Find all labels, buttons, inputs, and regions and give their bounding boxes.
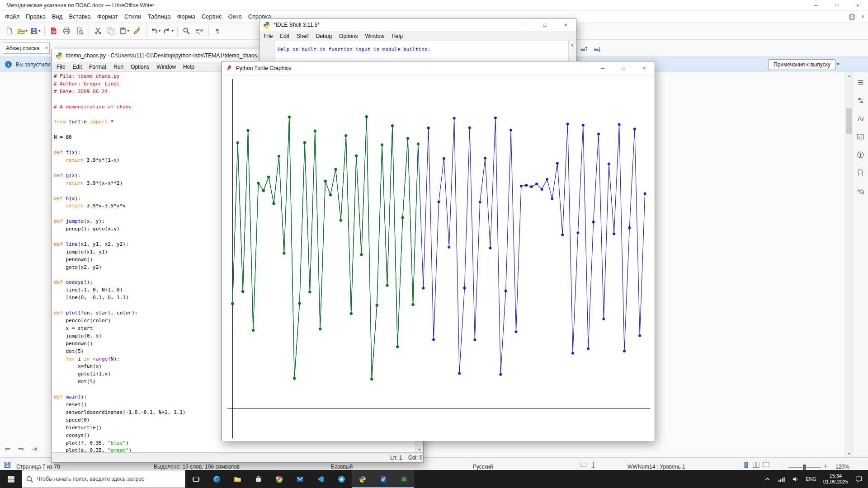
scroll-up-icon[interactable]: ▲ bbox=[845, 72, 853, 80]
single-page-view-icon[interactable] bbox=[742, 461, 750, 469]
menu-item-окно[interactable]: Окно bbox=[225, 12, 245, 21]
python-turtle-taskbar-button[interactable] bbox=[393, 470, 414, 488]
menu-item-вид[interactable]: Вид bbox=[49, 12, 66, 21]
action-center-icon[interactable] bbox=[855, 475, 863, 483]
clone-formatting-button[interactable] bbox=[131, 25, 143, 38]
menu-item-help[interactable]: Help bbox=[179, 63, 198, 71]
menu-item-сервис[interactable]: Сервис bbox=[198, 12, 225, 21]
paste-button[interactable]: ▾ bbox=[118, 25, 130, 38]
document-vertical-scrollbar[interactable]: ▲ ▼ bbox=[845, 72, 853, 457]
undo-button[interactable]: ▾ bbox=[149, 25, 161, 38]
maximize-button[interactable]: □ bbox=[534, 19, 555, 31]
libreoffice-writer-taskbar-button[interactable] bbox=[373, 470, 393, 488]
menu-item-правка[interactable]: Правка bbox=[23, 12, 49, 21]
redo-button[interactable]: ▾ bbox=[162, 25, 175, 38]
close-document-button[interactable]: × bbox=[861, 14, 864, 20]
paragraph-style-combobox[interactable]: Абзац списка ▾ bbox=[3, 42, 50, 54]
navigator-icon[interactable] bbox=[855, 149, 866, 160]
new-document-button[interactable] bbox=[3, 25, 15, 38]
find-replace-button[interactable] bbox=[180, 25, 193, 38]
minimize-button[interactable]: ─ bbox=[806, 0, 826, 11]
menu-item-window[interactable]: Window bbox=[361, 32, 388, 40]
infobar-close-icon[interactable]: × bbox=[836, 61, 840, 67]
zoom-level[interactable]: 120% bbox=[835, 464, 849, 470]
menu-item-file[interactable]: File bbox=[53, 63, 69, 71]
menu-item-таблица[interactable]: Таблица bbox=[144, 12, 174, 21]
save-button[interactable]: ▾ bbox=[29, 25, 42, 38]
turtle-titlebar[interactable]: Python Turtle Graphics ─ □ × bbox=[222, 61, 655, 75]
clock[interactable]: 15:34 01.09.2025 bbox=[823, 473, 848, 485]
maximize-button[interactable]: □ bbox=[826, 0, 847, 11]
chevron-down-icon[interactable]: ▾ bbox=[158, 29, 160, 33]
vscode-taskbar-button[interactable] bbox=[310, 470, 331, 488]
chevron-down-icon[interactable]: ▾ bbox=[38, 29, 40, 33]
style-inspector-icon[interactable]: A bbox=[855, 185, 866, 196]
help-globe-icon[interactable] bbox=[848, 13, 856, 21]
menu-item-file[interactable]: File bbox=[260, 32, 276, 40]
menu-item-debug[interactable]: Debug bbox=[312, 32, 335, 40]
paragraph-spacing-decrease-button[interactable] bbox=[591, 42, 603, 55]
export-pdf-button[interactable]: PDF bbox=[47, 25, 60, 38]
mail-taskbar-button[interactable] bbox=[289, 470, 310, 488]
menu-item-options[interactable]: Options bbox=[127, 63, 153, 71]
menu-item-edit[interactable]: Edit bbox=[69, 63, 85, 71]
menu-item-options[interactable]: Options bbox=[335, 32, 361, 40]
menu-item-window[interactable]: Window bbox=[153, 63, 179, 71]
page-count-status[interactable]: Страница 7 из 70 bbox=[16, 464, 60, 470]
store-taskbar-button[interactable] bbox=[248, 470, 269, 488]
menu-item-форма[interactable]: Форма bbox=[174, 12, 198, 21]
word-count-status[interactable]: Выделено: 15 слов, 106 символов bbox=[154, 464, 240, 470]
menu-item-edit[interactable]: Edit bbox=[276, 32, 293, 40]
chevron-down-icon[interactable]: ▾ bbox=[25, 29, 27, 33]
paragraph-spacing-increase-button[interactable] bbox=[578, 42, 590, 55]
network-icon[interactable] bbox=[778, 475, 785, 483]
copy-button[interactable] bbox=[105, 25, 117, 38]
gallery-icon[interactable] bbox=[855, 131, 866, 142]
menu-item-format[interactable]: Format bbox=[85, 63, 110, 71]
zoom-slider[interactable] bbox=[788, 467, 821, 468]
close-button[interactable]: × bbox=[847, 0, 868, 11]
chevron-down-icon[interactable]: ▾ bbox=[171, 29, 173, 33]
show-desktop-button[interactable] bbox=[866, 470, 868, 488]
shell-titlebar[interactable]: *IDLE Shell 3.11.5* ─ □ × bbox=[259, 19, 576, 31]
cut-button[interactable] bbox=[92, 25, 104, 38]
close-button[interactable]: × bbox=[555, 19, 576, 31]
multi-page-view-icon[interactable] bbox=[752, 461, 760, 469]
sidebar-settings-icon[interactable] bbox=[855, 77, 866, 88]
formatting-marks-button[interactable]: ¶ bbox=[212, 25, 224, 38]
menu-item-run[interactable]: Run bbox=[110, 63, 127, 71]
print-preview-button[interactable] bbox=[74, 25, 86, 38]
menu-item-стили[interactable]: Стили bbox=[121, 12, 144, 21]
language-indicator[interactable]: ENG bbox=[806, 476, 816, 482]
zoom-out-button[interactable]: − bbox=[781, 463, 785, 469]
page-style-status[interactable]: Базовый bbox=[331, 464, 353, 470]
styles-icon[interactable]: A bbox=[855, 113, 866, 124]
turtle-canvas[interactable] bbox=[222, 75, 655, 441]
taskbar-search[interactable]: Чтобы начать поиск, введите здесь запрос bbox=[22, 470, 185, 488]
edge-taskbar-button[interactable] bbox=[206, 470, 227, 488]
scroll-down-icon[interactable]: ▼ bbox=[845, 450, 853, 457]
menu-item-help[interactable]: Help bbox=[388, 32, 406, 40]
task-view-button[interactable] bbox=[185, 470, 206, 488]
zoom-in-button[interactable]: + bbox=[824, 463, 827, 469]
selection-mode-icon[interactable] bbox=[580, 461, 587, 469]
chrome-taskbar-button[interactable] bbox=[269, 470, 289, 488]
open-button[interactable]: ▾ bbox=[16, 25, 28, 38]
chevron-down-icon[interactable]: ▾ bbox=[127, 29, 129, 33]
print-button[interactable] bbox=[61, 25, 73, 38]
spelling-button[interactable]: ABC bbox=[193, 25, 206, 38]
minimize-button[interactable]: ─ bbox=[592, 61, 613, 75]
menu-item-формат[interactable]: Формат bbox=[94, 12, 121, 21]
volume-icon[interactable] bbox=[792, 475, 799, 483]
telegram-taskbar-button[interactable] bbox=[331, 470, 352, 488]
scroll-up-icon[interactable]: ▲ bbox=[569, 41, 576, 48]
menu-item-файл[interactable]: Файл bbox=[2, 12, 23, 21]
properties-icon[interactable] bbox=[855, 95, 866, 106]
libreoffice-titlebar[interactable]: Методические указания по ПОАС.docx — Lib… bbox=[0, 0, 868, 11]
scrollbar-thumb[interactable] bbox=[846, 108, 852, 134]
book-view-icon[interactable] bbox=[762, 461, 770, 469]
file-explorer-taskbar-button[interactable] bbox=[227, 470, 248, 488]
maximize-button[interactable]: □ bbox=[613, 61, 634, 75]
start-button[interactable] bbox=[0, 470, 22, 488]
previous-page-icon[interactable]: ⇐ bbox=[5, 445, 10, 453]
